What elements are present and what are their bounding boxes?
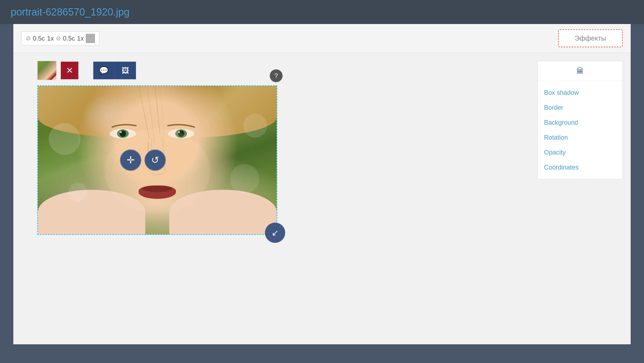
svg-point-3 [120,131,122,133]
effect-label-coordinates: Coordinates [544,164,578,171]
resize-handle[interactable]: ↙ [265,223,285,243]
duration-2: 0.5c [63,35,75,42]
editor-area: ✕ 💬 🖼 ? [13,53,631,243]
image-wrapper: ✛ ↺ [37,85,277,235]
repeat-2: 1x [77,35,84,42]
effect-item-rotation[interactable]: Rotation [538,130,622,145]
loop-icon-1: ⊘ [26,35,31,42]
main-content: ⊘ 0.5c 1x ⊘ 0.5c 1x Эффекты ✕ [13,24,631,344]
title-bar: portrait-6286570_1920.jpg [0,0,644,24]
help-button[interactable]: ? [270,69,283,82]
comment-icon: 💬 [99,66,108,75]
action-buttons: 💬 🖼 [93,62,136,79]
page-title: portrait-6286570_1920.jpg [11,6,130,18]
effect-label-opacity: Opacity [544,149,566,156]
delete-button[interactable]: ✕ [61,62,78,79]
effect-label-border: Border [544,104,563,111]
image-container: ? [37,85,277,235]
effect-label-background: Background [544,119,578,126]
thumbnail [37,61,57,80]
move-button[interactable]: ✛ [120,149,141,171]
left-panel: ✕ 💬 🖼 ? [21,61,527,235]
repeat-1: 1x [47,35,54,42]
effects-panel: 🏛 Box shadow Border Background Rotation [537,61,623,179]
loop-icon-2: ⊘ [56,35,61,42]
effects-button[interactable]: Эффекты [558,29,623,47]
effect-item-border[interactable]: Border [538,100,622,115]
effect-item-coordinates[interactable]: Coordinates [538,160,622,175]
effects-header-icon: 🏛 [576,66,584,75]
right-panel: 🏛 Box shadow Border Background Rotation [537,61,623,235]
effect-item-opacity[interactable]: Opacity [538,145,622,160]
svg-point-9 [243,114,267,137]
delete-icon: ✕ [66,65,73,76]
image-icon: 🖼 [122,66,129,75]
color-swatch[interactable] [86,34,95,43]
svg-point-11 [230,164,259,193]
effects-list: Box shadow Border Background Rotation Op… [538,81,622,179]
animation-controls: ⊘ 0.5c 1x ⊘ 0.5c 1x [21,31,99,45]
rotate-icon: ↺ [151,155,159,166]
comment-button[interactable]: 💬 [93,62,115,79]
svg-point-10 [69,183,87,201]
effect-item-background[interactable]: Background [538,115,622,130]
effect-label-box-shadow: Box shadow [544,89,579,96]
effects-panel-header: 🏛 [538,61,622,81]
effect-item-box-shadow[interactable]: Box shadow [538,85,622,100]
image-button[interactable]: 🖼 [115,62,136,79]
duration-1: 0.5c [33,35,45,42]
effect-label-rotation: Rotation [544,134,568,141]
svg-point-8 [49,123,80,155]
rotate-button[interactable]: ↺ [144,149,166,171]
toolbar: ⊘ 0.5c 1x ⊘ 0.5c 1x Эффекты [13,24,631,53]
move-controls: ✛ ↺ [120,149,166,171]
thumbnail-image [38,61,56,80]
resize-icon: ↙ [272,228,279,238]
control-group-1: ⊘ 0.5c 1x ⊘ 0.5c 1x [26,34,95,43]
move-icon: ✛ [127,155,135,166]
